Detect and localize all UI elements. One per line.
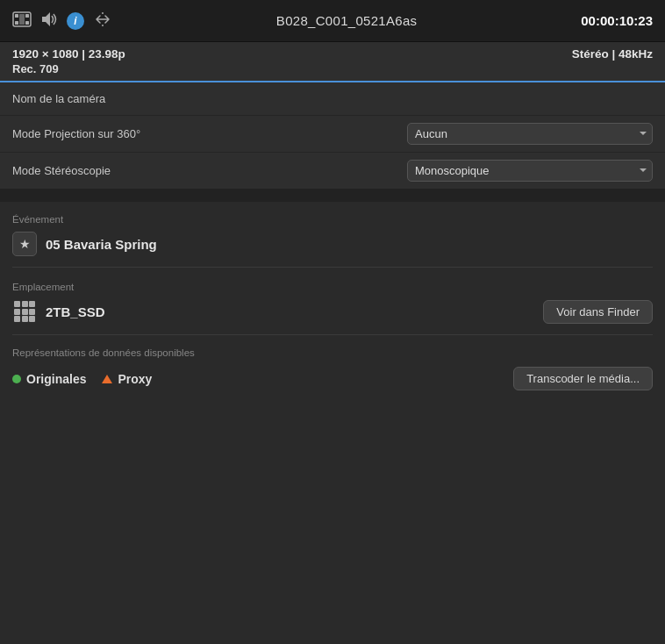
stereo-row: Mode Stéréoscopie Monoscopique Stéréosco…: [0, 153, 665, 189]
clip-title: B028_C001_0521A6as: [276, 13, 418, 28]
event-content: ★ 05 Bavaria Spring: [12, 232, 653, 256]
info-banner: 1920 × 1080 | 23.98p Stéréo | 48kHz Rec.…: [0, 42, 665, 82]
projection-select-wrapper: Aucun Equirectangulaire Cube: [407, 123, 653, 145]
film-icon[interactable]: [12, 11, 32, 31]
timecode: 00:00:10:23: [581, 13, 653, 28]
repr-label: Représentations de données disponibles: [12, 347, 653, 358]
fields-section: Nom de la caméra Mode Projection sur 360…: [0, 82, 665, 190]
audio-info: Stéréo | 48kHz: [572, 47, 653, 61]
top-bar: i B028_C001_0521A6as 00:00:10:23: [0, 0, 665, 42]
speaker-icon[interactable]: [40, 11, 58, 31]
resolution-framerate: 1920 × 1080 | 23.98p: [12, 47, 125, 61]
toolbar-icons: i: [12, 11, 112, 31]
voir-finder-button[interactable]: Voir dans Finder: [543, 300, 653, 324]
svg-rect-3: [15, 21, 18, 25]
originals-label: Originales: [26, 372, 86, 386]
stereo-select[interactable]: Monoscopique Stéréoscopique: [407, 160, 653, 182]
grid-icon: [12, 299, 37, 324]
svg-marker-6: [42, 12, 50, 26]
event-value: 05 Bavaria Spring: [46, 237, 157, 252]
separator1: [0, 190, 665, 202]
svg-rect-5: [19, 14, 25, 25]
banner-row2: Rec. 709: [12, 62, 653, 75]
repr-proxy: Proxy: [102, 372, 152, 386]
repr-items: Originales Proxy: [12, 372, 152, 386]
stereo-select-wrapper: Monoscopique Stéréoscopique: [407, 160, 653, 182]
divider1: [12, 267, 653, 268]
svg-rect-1: [15, 14, 18, 18]
orange-triangle-icon: [102, 375, 112, 383]
timecode-bold: 10:23: [619, 13, 653, 28]
transcode-button[interactable]: Transcoder le média...: [513, 367, 653, 390]
framerate: 23.98p: [89, 47, 125, 61]
star-icon: ★: [12, 232, 37, 256]
resolution: 1920 × 1080: [12, 47, 78, 61]
timecode-static: 00:00:: [581, 13, 619, 28]
proxy-label: Proxy: [118, 372, 152, 386]
location-label: Emplacement: [12, 282, 653, 292]
camera-name-label: Nom de la caméra: [12, 92, 105, 105]
event-section: Événement ★ 05 Bavaria Spring: [0, 202, 665, 265]
banner-row1: 1920 × 1080 | 23.98p Stéréo | 48kHz: [12, 47, 653, 61]
info-icon[interactable]: i: [67, 12, 84, 30]
svg-rect-4: [25, 21, 29, 25]
green-dot-icon: [12, 375, 21, 383]
repr-section: Représentations de données disponibles O…: [0, 337, 665, 403]
stereo-label: Mode Stéréoscopie: [12, 164, 111, 177]
arrows-icon[interactable]: [93, 11, 112, 31]
repr-originals: Originales: [12, 372, 86, 386]
camera-name-row: Nom de la caméra: [0, 82, 665, 116]
location-value: 2TB_SSD: [46, 304, 105, 319]
colorspace: Rec. 709: [12, 62, 59, 75]
location-section: Emplacement 2TB_SSD Voir dans Finder: [0, 269, 665, 333]
repr-content: Originales Proxy Transcoder le média...: [12, 367, 653, 390]
divider2: [12, 334, 653, 335]
location-content: 2TB_SSD Voir dans Finder: [12, 299, 653, 324]
event-label: Événement: [12, 214, 653, 225]
svg-rect-2: [25, 14, 29, 18]
projection-label: Mode Projection sur 360°: [12, 127, 140, 140]
projection-select[interactable]: Aucun Equirectangulaire Cube: [407, 123, 653, 145]
projection-row: Mode Projection sur 360° Aucun Equirecta…: [0, 116, 665, 153]
